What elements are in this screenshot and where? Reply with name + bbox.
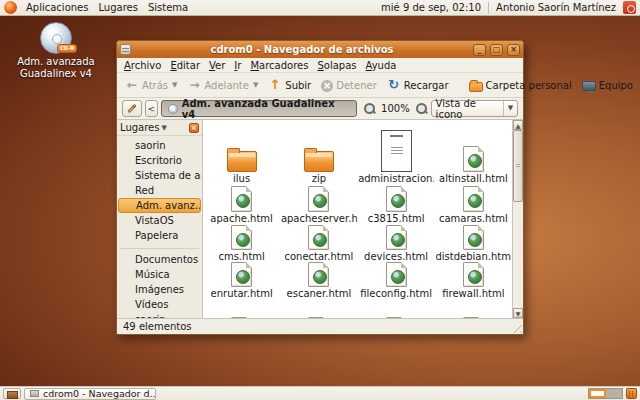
launcher-icon[interactable] [197,1,210,14]
menu-item[interactable]: Editar [170,60,200,71]
scrollbar-thumb[interactable] [513,130,523,202]
panel-menu[interactable]: Aplicaciones [21,1,93,14]
file-item[interactable]: ilus [203,123,280,185]
edit-location-button[interactable] [122,100,142,117]
sidebar-item[interactable]: Vídeos [118,297,201,312]
clock[interactable]: mié 9 de sep, 02:10 [378,2,484,13]
toolbar-button[interactable]: Equipo [578,78,637,93]
menu-item[interactable]: Archivo [124,60,161,71]
file-item[interactable] [280,300,357,318]
menu-item[interactable]: Marcadores [250,60,308,71]
show-desktop-button[interactable] [3,388,21,399]
distro-logo-icon[interactable] [4,1,17,14]
launcher-icon[interactable] [227,1,240,14]
place-icon [121,284,132,295]
file-name: apacheserver.html [281,213,357,225]
file-item[interactable]: altinstall.html [435,123,512,185]
sidebar-close-button[interactable]: × [189,123,199,133]
file-item[interactable]: zip [280,123,357,185]
toolbar-button[interactable]: Subir [264,76,315,94]
desktop-icon-cdrom[interactable]: CD-R Adm. avanzada Guadalinex v4 [10,22,102,80]
cd-badge: CD-R [57,44,77,53]
titlebar[interactable]: cdrom0 - Navegador de archivos _ □ × [117,41,523,58]
sidebar-item[interactable]: Escritorio [118,153,201,168]
file-item[interactable] [203,300,280,318]
file-item[interactable] [358,300,435,318]
sidebar-item[interactable]: saorin [118,138,201,153]
place-icon [121,299,132,310]
sidebar-item[interactable]: Red [118,183,201,198]
workspace-1[interactable] [589,389,606,398]
file-item[interactable]: cms.html [203,225,280,262]
taskbar-window-button[interactable]: cdrom0 - Navegador d... [24,388,156,400]
breadcrumb[interactable]: Adm. avanzada Guadalinex v4 [161,100,357,117]
file-item[interactable]: distdebian.html [435,225,512,262]
sidebar-item[interactable]: Imágenes [118,282,201,297]
file-name: devices.html [364,251,428,262]
workspace-switcher[interactable] [588,388,623,399]
toolbar-button[interactable]: Detener [317,77,381,94]
zoom-in-icon[interactable] [415,102,428,115]
sidebar-header[interactable]: Lugares ▼ × [117,120,202,136]
file-item[interactable]: conectar.html [280,225,357,262]
file-item[interactable]: fileconfig.html [358,262,435,300]
breadcrumb-scroll-left-button[interactable]: < [145,100,158,117]
sidebar-item[interactable]: Sistema de archi... [118,168,201,183]
toolbar-button-icon [387,78,401,92]
toolbar-button[interactable]: Atrás▼ [121,76,181,94]
menu-item[interactable]: Ayuda [366,60,397,71]
file-item[interactable]: firewall.html [435,262,512,300]
toolbar-button[interactable]: Recargar [383,76,453,94]
toolbar-button[interactable]: Adelante▼ [183,76,262,94]
vertical-scrollbar[interactable]: ▲ ▼ [512,120,523,318]
zoom-out-icon[interactable] [363,102,376,115]
file-item[interactable]: escaner.html [280,262,357,300]
power-icon[interactable] [623,1,636,14]
panel-menu[interactable]: Lugares [93,1,142,14]
menu-item[interactable]: Solapas [317,60,356,71]
file-item[interactable]: c3815.html [358,185,435,225]
file-icon [308,225,329,250]
sidebar-item-label: VistaOS [135,215,174,226]
workspace-2[interactable] [606,389,622,398]
file-item[interactable] [435,300,512,318]
pencil-icon [127,104,136,113]
file-item[interactable]: apacheserver.html [280,185,357,225]
close-button[interactable]: × [507,44,520,56]
panel-menu[interactable]: Sistema [143,1,193,14]
sidebar-item-label: Adm. avanz... [136,200,201,211]
file-item[interactable]: enrutar.html [203,262,280,300]
scroll-down-icon[interactable]: ▼ [513,308,523,318]
trash-applet-icon[interactable] [626,388,637,399]
file-item[interactable]: camaras.html [435,185,512,225]
tray-icon[interactable] [361,1,374,14]
file-item[interactable]: devices.html [358,225,435,262]
sidebar-item[interactable]: VistaOS [118,213,201,228]
item-count: 49 elementos [123,321,191,332]
minimize-button[interactable]: _ [473,44,486,56]
maximize-button[interactable]: □ [490,44,503,56]
chevron-down-icon: ▼ [161,124,166,132]
place-icon [122,200,133,211]
sidebar-item[interactable]: Adm. avanz... [118,198,201,213]
toolbar-button-icon [321,80,333,92]
launcher-icon[interactable] [212,1,225,14]
view-mode-select[interactable]: Vista de icono ▼ [431,100,518,117]
tray-icon[interactable] [327,1,340,14]
file-icon [463,225,484,250]
user-menu[interactable]: Antonio Saorín Martínez [493,2,619,13]
menu-item[interactable]: Ver [209,60,225,71]
toolbar-button[interactable]: Carpeta personal [465,77,576,94]
tray-icon[interactable] [344,1,357,14]
place-icon [121,215,132,226]
sidebar-item[interactable] [120,243,199,249]
file-item[interactable]: administracion.pdf [358,123,435,185]
file-item[interactable]: apache.html [203,185,280,225]
menu-item[interactable]: Ir [234,60,241,71]
sidebar-item[interactable]: Documentos [118,252,201,267]
resize-grip[interactable] [510,321,522,333]
sidebar-item[interactable]: Papelera [118,228,201,243]
scroll-up-icon[interactable]: ▲ [513,120,523,130]
sidebar-item[interactable]: Música [118,267,201,282]
toolbar-button-label: Equipo [599,80,633,91]
